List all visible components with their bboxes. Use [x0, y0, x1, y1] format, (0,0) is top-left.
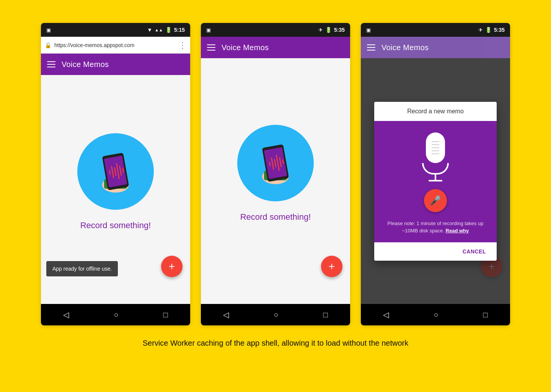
phone-content-1: Record something! App ready for offline … — [41, 75, 190, 304]
phone-1: ▣ ▼ ▲▲ 🔋 5:15 🔒 https://voice-memos.apps… — [41, 23, 190, 325]
status-bar-1: ▣ ▼ ▲▲ 🔋 5:15 — [41, 23, 190, 37]
illustration-svg-2 — [245, 132, 306, 194]
dots-menu-icon[interactable]: ⋮ — [179, 41, 186, 50]
back-nav-icon-2[interactable]: ◁ — [223, 310, 229, 319]
phone-2: ▣ ✈ 🔋 5:35 Voice Memos — [201, 23, 350, 325]
hamburger-menu-1[interactable] — [47, 61, 55, 67]
fab-plus-icon-1: + — [169, 260, 175, 273]
home-nav-icon-1[interactable]: ○ — [114, 310, 118, 319]
fab-button-2[interactable]: + — [321, 256, 342, 277]
mic-base-line — [429, 180, 442, 181]
phone-3: ▣ ✈ 🔋 5:35 Voice Memos Record a new memo — [361, 23, 510, 325]
status-time-2: 5:35 — [334, 27, 345, 33]
mic-line-5 — [432, 154, 439, 154]
tablet-icon-2: ▣ — [206, 27, 211, 33]
mic-line-3 — [432, 147, 439, 148]
airplane-icon-3: ✈ — [478, 27, 483, 33]
status-left-3: ▣ — [366, 27, 371, 33]
signal-icon: ▲▲ — [155, 28, 163, 32]
status-time-1: 5:15 — [174, 27, 185, 33]
dialog-box: Record a new memo — [374, 102, 497, 261]
mic-base — [435, 175, 436, 180]
phones-container: ▣ ▼ ▲▲ 🔋 5:15 🔒 https://voice-memos.apps… — [41, 23, 510, 325]
app-bar-2: Voice Memos — [201, 37, 350, 58]
status-left-2: ▣ — [206, 27, 211, 33]
dialog-body: 🎤 Please note: 1 minute of recording tak… — [374, 121, 497, 242]
app-title-3: Voice Memos — [381, 43, 429, 52]
battery-icon-3: 🔋 — [485, 27, 492, 33]
svg-line-14 — [123, 168, 124, 172]
app-bar-1: Voice Memos — [41, 54, 190, 75]
record-label-2: Record something! — [240, 212, 311, 222]
phone-content-3: Record a new memo — [361, 58, 510, 304]
app-title-2: Voice Memos — [222, 43, 269, 52]
url-text: https://voice-memos.appspot.com — [54, 42, 176, 48]
mic-body — [426, 132, 445, 163]
nav-bar-3: ◁ ○ □ — [361, 304, 510, 325]
illustration-svg-1 — [85, 141, 146, 202]
app-title-1: Voice Memos — [62, 60, 109, 69]
mic-stand — [422, 163, 449, 175]
back-nav-icon-3[interactable]: ◁ — [383, 310, 389, 319]
home-nav-icon-2[interactable]: ○ — [274, 310, 278, 319]
fab-button-1[interactable]: + — [161, 256, 183, 277]
mic-lines — [432, 141, 439, 154]
hamburger-menu-2[interactable] — [207, 44, 215, 51]
status-right-2: ✈ 🔋 5:35 — [318, 27, 345, 33]
record-label-1: Record something! — [80, 220, 151, 230]
recents-nav-icon-3[interactable]: □ — [483, 310, 487, 319]
status-right-1: ▼ ▲▲ 🔋 5:15 — [147, 27, 185, 33]
illustration-circle-2 — [237, 125, 314, 201]
svg-line-24 — [269, 162, 270, 166]
caption: Service Worker caching of the app shell,… — [143, 338, 408, 348]
dialog-title: Record a new memo — [374, 102, 497, 121]
recents-nav-icon-1[interactable]: □ — [163, 310, 168, 319]
dialog-note: Please note: 1 minute of recording takes… — [382, 220, 489, 235]
hamburger-menu-3 — [367, 44, 375, 51]
tablet-icon-3: ▣ — [366, 27, 371, 33]
status-time-3: 5:35 — [494, 27, 505, 33]
nav-bar-2: ◁ ○ □ — [201, 304, 350, 325]
svg-line-9 — [109, 171, 110, 175]
status-left-1: ▣ — [46, 27, 51, 33]
airplane-icon-2: ✈ — [318, 27, 323, 33]
wifi-icon: ▼ — [147, 27, 152, 33]
tablet-icon: ▣ — [46, 27, 51, 33]
recents-nav-icon-2[interactable]: □ — [323, 310, 328, 319]
snackbar-text-1: App ready for offline use. — [52, 266, 112, 272]
status-bar-3: ▣ ✈ 🔋 5:35 — [361, 23, 510, 37]
mic-line-4 — [432, 150, 439, 151]
svg-line-29 — [283, 160, 284, 164]
nav-bar-1: ◁ ○ □ — [41, 304, 190, 325]
mic-line-1 — [432, 141, 439, 142]
status-bar-2: ▣ ✈ 🔋 5:35 — [201, 23, 350, 37]
cancel-button[interactable]: CANCEL — [458, 245, 491, 258]
record-button[interactable]: 🎤 — [424, 189, 447, 212]
mic-line-2 — [432, 144, 439, 145]
status-right-3: ✈ 🔋 5:35 — [478, 27, 505, 33]
snackbar-1: App ready for offline use. — [46, 261, 118, 276]
lock-icon: 🔒 — [45, 42, 51, 48]
dialog-overlay: Record a new memo — [361, 58, 510, 304]
dialog-note-link[interactable]: Read why — [446, 228, 469, 234]
home-nav-icon-3[interactable]: ○ — [434, 310, 438, 319]
dialog-note-text: Please note: 1 minute of recording takes… — [388, 220, 484, 234]
url-bar-1[interactable]: 🔒 https://voice-memos.appspot.com ⋮ — [41, 37, 190, 54]
fab-plus-icon-2: + — [329, 260, 335, 273]
mic-button-icon: 🎤 — [430, 195, 441, 206]
illustration-circle-1 — [77, 133, 154, 210]
mic-large-icon — [422, 132, 449, 181]
app-bar-3: Voice Memos — [361, 37, 510, 58]
battery-icon: 🔋 — [165, 27, 172, 33]
dialog-actions: CANCEL — [374, 242, 497, 261]
phone-content-2: Record something! + — [201, 58, 350, 304]
battery-icon-2: 🔋 — [325, 27, 332, 33]
back-nav-icon-1[interactable]: ◁ — [63, 310, 69, 319]
